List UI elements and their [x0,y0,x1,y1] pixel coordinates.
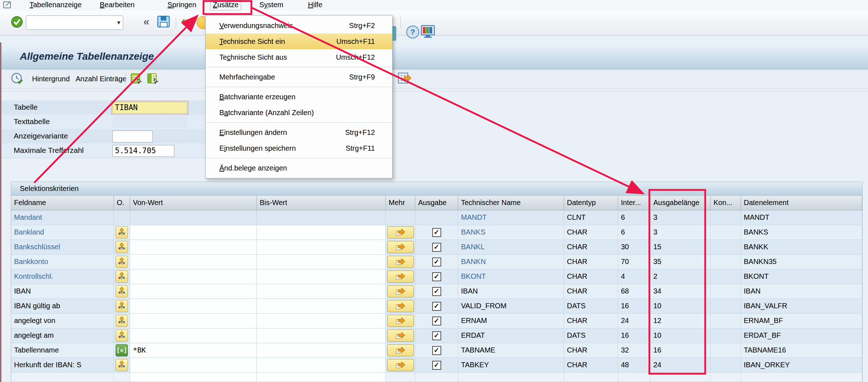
more-selection-icon[interactable] [387,241,414,253]
help-icon[interactable]: ? [406,26,419,38]
cell-von-wert[interactable] [130,299,257,314]
more-selection-icon[interactable] [387,359,414,371]
multiple-selection-icon[interactable] [116,315,128,327]
command-input[interactable] [27,17,111,28]
cell-empty[interactable] [130,373,257,382]
menubar-item-zus-tze[interactable]: Zusätze [210,0,241,10]
cell-feldname[interactable]: Mandant [11,210,114,225]
menu-item-batchvariante-erzeugen[interactable]: Batchvariante erzeugen [206,89,392,105]
cell-bis-wert[interactable] [257,269,386,284]
apptoolbar-button-hintergrund[interactable]: Hintergrund [30,73,72,84]
column-header-datenelement[interactable]: Datenelement [741,196,862,210]
multiple-selection-icon[interactable] [116,270,128,283]
output-checkbox[interactable]: ✓ [432,331,441,340]
output-checkbox[interactable]: ✓ [432,243,441,252]
cell-bis-wert[interactable] [257,314,386,328]
more-selection-icon[interactable] [387,256,414,268]
cell-empty[interactable] [257,373,386,382]
cell-von-wert[interactable] [130,255,257,269]
column-header-technischer-name[interactable]: Technischer Name [458,196,564,210]
cell-von-wert[interactable]: *BK [130,343,257,358]
multiple-selection-icon[interactable] [116,329,128,342]
column-header-bis-wert[interactable]: Bis-Wert [257,196,386,210]
cell-bis-wert[interactable] [257,358,386,373]
cell-bis-wert[interactable] [257,210,386,225]
more-selection-icon[interactable] [387,285,414,297]
menubar-item-tabellenanzeige[interactable]: Tabellenanzeige [27,0,84,10]
cell-technischer-name[interactable]: BKONT [458,269,564,284]
cell-bis-wert[interactable] [257,225,386,240]
back-icon[interactable]: « [181,13,189,29]
output-checkbox[interactable]: ✓ [432,346,441,355]
save-icon[interactable] [157,15,170,29]
multiple-selection-icon[interactable] [116,300,128,312]
menu-item-einstellungen-ndern[interactable]: Einstellungen ändernStrg+F12 [206,124,392,140]
output-checkbox[interactable]: ✓ [432,287,441,296]
output-checkbox[interactable]: ✓ [432,302,441,311]
cell-technischer-name[interactable]: BANKS [458,225,564,240]
cell-technischer-name[interactable]: BANKN [458,255,564,269]
cell-technischer-name[interactable]: MANDT [458,210,564,225]
cell-von-wert[interactable] [130,225,257,240]
menubar-item-system[interactable]: System [257,0,286,10]
choose-list-alt-icon[interactable] [147,73,159,86]
output-checkbox[interactable]: ✓ [432,258,441,267]
column-header-datentyp[interactable]: Datentyp [564,196,618,210]
multiple-selection-icon[interactable] [116,285,128,297]
cell-von-wert[interactable] [130,314,257,328]
more-selection-icon[interactable] [387,344,414,356]
cell-bis-wert[interactable] [257,299,386,314]
more-selection-icon[interactable] [387,226,414,238]
command-dropdown-icon[interactable]: ▼ [116,19,121,26]
cell-bis-wert[interactable] [257,284,386,299]
more-selection-icon[interactable] [387,270,414,283]
maximale-trefferzahl-field[interactable]: 5.514.705 [112,145,174,157]
multiple-selection-icon[interactable] [116,256,128,268]
column-header-von-wert[interactable]: Von-Wert [130,196,257,210]
column-header-mehr[interactable]: Mehr [386,196,415,210]
cell-von-wert[interactable] [130,210,257,225]
collapse-icon[interactable]: « [143,15,149,28]
cell-feldname[interactable]: Bankland [11,225,114,240]
column-header-ausgabe[interactable]: Ausgabe [415,196,458,210]
menu-item-mehrfacheingabe[interactable]: MehrfacheingabeStrg+F9 [206,69,392,85]
output-checkbox[interactable]: ✓ [432,317,441,326]
column-header-ausgabel-nge[interactable]: Ausgabelänge [650,196,711,210]
monitor-icon[interactable] [421,25,435,39]
cell-bis-wert[interactable] [257,240,386,255]
exclude-selection-icon[interactable]: [×] [116,344,128,356]
output-checkbox[interactable]: ✓ [432,272,441,281]
cell-von-wert[interactable] [130,358,257,373]
choose-list-icon[interactable] [130,73,143,86]
apptoolbar-button-anzahl-eintr-ge[interactable]: Anzahl Einträge [74,73,128,84]
column-header-feldname[interactable]: Feldname [11,196,114,210]
multiple-selection-icon[interactable] [116,241,128,253]
menu-item-nd-belege-anzeigen[interactable]: Änd.belege anzeigen [206,160,392,176]
cell-von-wert[interactable] [130,284,257,299]
cell-bis-wert[interactable] [257,343,386,358]
menubar-item-bearbeiten[interactable]: Bearbeiten [97,0,137,10]
cell-von-wert[interactable] [130,328,257,343]
menubar-item-springen[interactable]: Springen [165,0,199,10]
command-field[interactable]: ▼ [26,15,123,30]
cell-bis-wert[interactable] [257,255,386,269]
window-menu-icon[interactable] [3,1,12,9]
execute-background-icon[interactable] [11,72,24,87]
menu-item-technische-sicht-aus[interactable]: Technische Sicht ausUmsch+F12 [206,49,392,65]
cell-technischer-name[interactable]: BANKL [458,240,564,255]
multiple-selection-icon[interactable] [116,226,128,238]
menu-item-technische-sicht-ein[interactable]: Technische Sicht einUmsch+F11 [206,33,392,49]
column-header-kon[interactable]: Kon... [711,196,741,210]
enter-icon[interactable] [11,16,23,29]
anzeigevariante-field[interactable] [112,131,153,142]
field-layout-icon[interactable] [398,72,411,86]
menu-item-verwendungsnachweis[interactable]: VerwendungsnachweisStrg+F2 [206,18,392,33]
column-header-o[interactable]: O. [114,196,130,210]
multiple-selection-icon[interactable] [116,359,128,371]
tabelle-field[interactable]: TIBAN [112,102,187,114]
menubar-item-hilfe[interactable]: Hilfe [305,0,325,10]
cell-von-wert[interactable] [130,240,257,255]
cell-feldname[interactable]: Kontrollschl. [11,269,114,284]
output-checkbox[interactable]: ✓ [432,228,441,237]
more-selection-icon[interactable] [387,329,414,342]
